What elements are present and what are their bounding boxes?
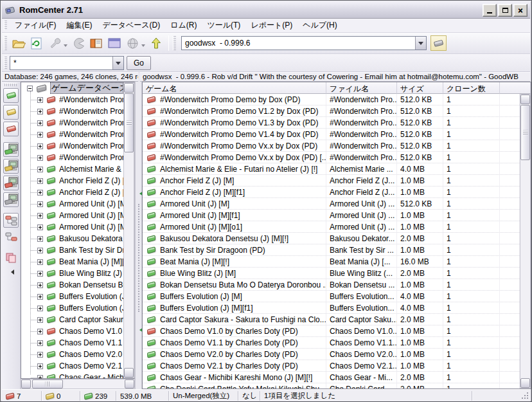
menubar-grip[interactable] bbox=[4, 21, 7, 30]
tree-item[interactable]: #Wonderwitch Promo Demo Vx.x by Dox (PD) bbox=[21, 140, 123, 152]
fix-roms-button-dropdown-arrow[interactable] bbox=[64, 44, 67, 49]
tree-scroll-thumb[interactable] bbox=[124, 93, 134, 152]
table-row[interactable]: Card Captor Sakura - Sakura to Fushigi n… bbox=[143, 314, 520, 325]
expand-expander[interactable] bbox=[37, 259, 43, 265]
table-row[interactable]: #Wonderwitch Promo Demo V1.4 by Dox (PD)… bbox=[143, 129, 520, 140]
filterbar-grip[interactable] bbox=[4, 57, 7, 69]
expand-expander[interactable] bbox=[37, 178, 43, 184]
tree-item[interactable]: Armored Unit (J) [M][f1] bbox=[21, 210, 123, 221]
dat-selector-combobox[interactable]: goodwsx - 0.999.6 bbox=[181, 36, 427, 50]
tree-item[interactable]: Anchor Field Z (J) [M] bbox=[21, 175, 123, 187]
table-row[interactable]: Armored Unit (J) [M][o1]Armored Unit (J)… bbox=[143, 221, 520, 233]
maximize-button[interactable] bbox=[498, 4, 512, 17]
tree-item[interactable]: Anchor Field Z (J) [M][f1] bbox=[21, 187, 123, 198]
open-folder-button[interactable] bbox=[10, 35, 27, 51]
tree-item[interactable]: Armored Unit (J) [M][o1] bbox=[21, 221, 123, 233]
view-incomplete-files-button[interactable] bbox=[3, 159, 19, 174]
rom-explorer-button[interactable] bbox=[88, 35, 105, 51]
expand-expander[interactable] bbox=[37, 213, 43, 219]
table-row[interactable]: Beat Mania (J) [M][!]Beat Mania (J) [...… bbox=[143, 256, 520, 268]
scroll-up-button[interactable] bbox=[124, 83, 134, 93]
filter-missing-games-button[interactable] bbox=[3, 122, 19, 136]
table-row[interactable]: Chaos Demo V2.1 by Charles Doty (PD)Chao… bbox=[143, 360, 520, 372]
expand-expander[interactable] bbox=[37, 190, 43, 196]
expand-expander[interactable] bbox=[37, 271, 43, 277]
table-row[interactable]: #Wonderwitch Promo Demo Vx.x by Dox (PD)… bbox=[143, 140, 520, 152]
menu-item-4[interactable]: ツール(T) bbox=[202, 19, 245, 32]
filter-incomplete-games-button[interactable] bbox=[3, 105, 19, 120]
expand-expander[interactable] bbox=[37, 340, 43, 346]
tree-view-flat-button[interactable] bbox=[3, 230, 19, 244]
expand-expander[interactable] bbox=[37, 352, 43, 358]
tree-item[interactable]: #Wonderwitch Promo Demo V1.3 by Dox (PD) bbox=[21, 117, 123, 129]
resize-grip[interactable] bbox=[520, 391, 529, 400]
expand-expander[interactable] bbox=[37, 317, 43, 323]
table-row[interactable]: Buffers Evolution (J) [M]Buffers Evoluti… bbox=[143, 291, 520, 302]
table-row[interactable]: Chaos Demo V1.1 by Charles Doty (PD)Chao… bbox=[143, 337, 520, 349]
tree-horizontal-scrollbar[interactable] bbox=[21, 379, 135, 389]
column-header-clone-count[interactable]: クローン数 bbox=[443, 82, 500, 94]
table-row[interactable]: #Wonderwitch Promo Demo V1.3 by Dox (PD)… bbox=[143, 117, 520, 129]
tree-item[interactable]: Card Captor Sakura - Sakura t bbox=[21, 314, 123, 325]
tree-item[interactable]: #Wonderwitch Promo Demo V1.2 by Dox (PD) bbox=[21, 105, 123, 117]
expand-expander[interactable] bbox=[37, 132, 43, 138]
scroll-down-button[interactable] bbox=[124, 368, 134, 378]
scroll-down-button[interactable] bbox=[520, 378, 530, 388]
game-filter-combobox[interactable]: * bbox=[10, 56, 124, 70]
table-scroll-thumb[interactable] bbox=[520, 105, 530, 160]
expand-expander[interactable] bbox=[37, 306, 43, 311]
table-row[interactable]: #Wonderwitch Promo Demo V1.2 by Dox (PD)… bbox=[143, 105, 520, 117]
tree-hscroll-thumb[interactable] bbox=[32, 379, 63, 388]
scroll-left-button[interactable] bbox=[21, 379, 31, 388]
dat-selector-dropdown-arrow[interactable] bbox=[415, 37, 426, 50]
column-header-size[interactable]: サイズ bbox=[397, 82, 443, 94]
web-update-button-dropdown-arrow[interactable] bbox=[141, 44, 145, 49]
table-row[interactable]: Cho Denki Card Battle Yofu Makai Kikuchi… bbox=[143, 383, 520, 388]
minimize-button[interactable] bbox=[483, 4, 497, 17]
dat-toolbar-grip[interactable] bbox=[173, 36, 176, 50]
view-complete-files-button[interactable] bbox=[3, 142, 19, 157]
table-row[interactable]: Bakusou Dekatora Densetsu (J) [M][!]Baku… bbox=[143, 233, 520, 244]
collapse-expander[interactable] bbox=[27, 86, 33, 91]
view-missing-files-button[interactable] bbox=[3, 176, 19, 190]
tree-item[interactable]: #Wonderwitch Promo Demo by Dox (PD) bbox=[21, 94, 123, 105]
tree-item[interactable]: Chaos Demo V2.1 by Charles D bbox=[21, 360, 123, 372]
tree-item[interactable]: Alchemist Marie & Elie - Futari no Ateli… bbox=[21, 163, 123, 175]
tree-item[interactable]: Bakusou Dekatora Densetsu (J) bbox=[21, 233, 123, 244]
tree-item[interactable]: Chaos Demo V2.0 by Charles D bbox=[21, 349, 123, 360]
table-row[interactable]: Armored Unit (J) [M]Armored Unit (J) ...… bbox=[143, 198, 520, 210]
tree-item[interactable]: Bokan Densetsu Buta Mo O Dat bbox=[21, 279, 123, 291]
tree-item[interactable]: #Wonderwitch Promo Demo V1.4 by Dox (PD) bbox=[21, 129, 123, 140]
tree-item[interactable]: Blue Wing Blitz (J) [M] bbox=[21, 268, 123, 279]
table-row[interactable]: Anchor Field Z (J) [M]Anchor Field Z (J.… bbox=[143, 175, 520, 187]
copy-list-button[interactable] bbox=[3, 250, 19, 265]
side-toolbar-grip[interactable] bbox=[4, 83, 17, 86]
expand-expander[interactable] bbox=[37, 375, 43, 379]
menu-item-5[interactable]: レポート(P) bbox=[245, 19, 297, 32]
tree-item[interactable]: Chaos Demo V1.1 by Charles D bbox=[21, 337, 123, 349]
expand-expander[interactable] bbox=[37, 109, 43, 114]
tree-vertical-scrollbar[interactable] bbox=[123, 82, 134, 378]
tree-root-item[interactable]: ゲームデータベース bbox=[21, 82, 123, 94]
tree-item[interactable]: Chaos Gear - Michibi Kareshi bbox=[21, 372, 123, 378]
menu-item-3[interactable]: ロム(R) bbox=[165, 19, 202, 32]
table-vertical-scrollbar[interactable] bbox=[520, 94, 531, 388]
table-row[interactable]: #Wonderwitch Promo Demo by Dox (PD)#Wond… bbox=[143, 94, 520, 105]
tree-item[interactable]: Chaos Demo V1.0 by Charles D bbox=[21, 325, 123, 337]
table-row[interactable]: Bank Test by Sir Dragoon (PD)Bank Test b… bbox=[143, 244, 520, 256]
column-header-file-name[interactable]: ファイル名 bbox=[326, 82, 397, 94]
tree-view-games-button[interactable] bbox=[3, 213, 19, 228]
expand-expander[interactable] bbox=[37, 236, 43, 242]
menu-item-2[interactable]: データベース(D) bbox=[97, 19, 165, 32]
table-row[interactable]: Buffers Evolution (J) [M][f1]Buffers Evo… bbox=[143, 302, 520, 314]
expand-expander[interactable] bbox=[37, 363, 43, 369]
expand-expander[interactable] bbox=[37, 224, 43, 230]
close-button[interactable]: × bbox=[513, 4, 528, 17]
expand-expander[interactable] bbox=[37, 167, 43, 172]
expand-expander[interactable] bbox=[37, 282, 43, 288]
table-row[interactable]: Armored Unit (J) [M][f1]Armored Unit (J)… bbox=[143, 210, 520, 221]
table-row[interactable]: Chaos Demo V2.0 by Charles Doty (PD)Chao… bbox=[143, 349, 520, 360]
expand-expander[interactable] bbox=[37, 329, 43, 334]
table-row[interactable]: #Wonderwitch Promo Demo Vx.x by Dox (PD)… bbox=[143, 152, 520, 163]
scroll-up-button[interactable] bbox=[520, 95, 530, 104]
